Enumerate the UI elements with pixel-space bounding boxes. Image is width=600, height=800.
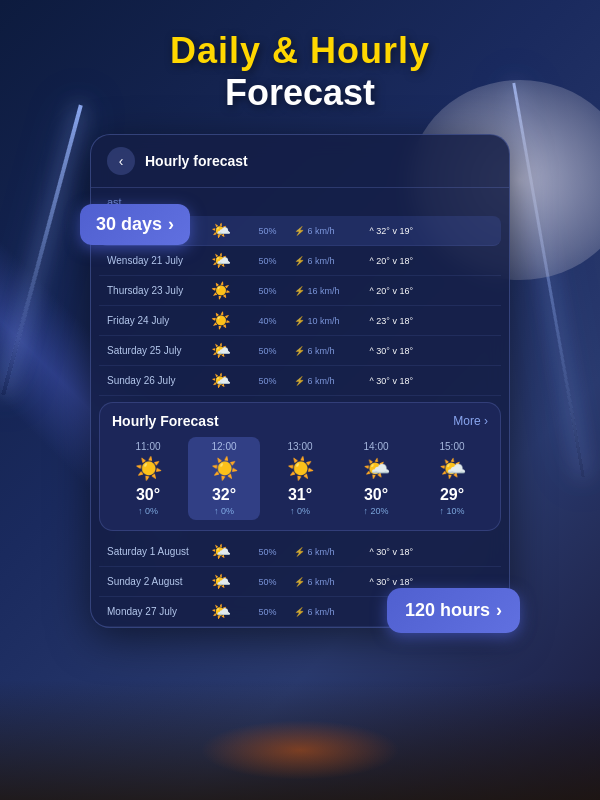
thirty-days-label: 30 days: [96, 214, 162, 235]
hourly-popup-title: Hourly Forecast: [112, 413, 219, 429]
daily-row: Friday 24 July ☀️ 40% ⚡ 10 km/h ^ 23° v …: [99, 306, 501, 336]
hour-time: 15:00: [418, 441, 486, 452]
day-name: Saturday 25 July: [107, 345, 207, 356]
rain-percent: 50%: [245, 226, 290, 236]
day-name: Sunday 26 July: [107, 375, 207, 386]
temp-range: ^ 30° v 18°: [353, 346, 413, 356]
weather-icon: 🌤️: [211, 341, 241, 360]
rain-percent: 50%: [245, 286, 290, 296]
back-button[interactable]: ‹: [107, 147, 135, 175]
card-title: Hourly forecast: [145, 153, 248, 169]
temp-range: ^ 30° v 18°: [353, 376, 413, 386]
title-line1: Daily & Hourly: [170, 30, 430, 72]
rain-percent: 50%: [245, 376, 290, 386]
hour-icon: 🌤️: [342, 456, 410, 482]
wind-info: ⚡ 16 km/h: [294, 286, 349, 296]
hourly-times: 11:00 ☀️ 30° ↑ 0% 12:00 ☀️ 32° ↑ 0% 13:0…: [112, 437, 488, 520]
card-header: ‹ Hourly forecast: [91, 135, 509, 188]
hourly-item[interactable]: 14:00 🌤️ 30° ↑ 20%: [340, 437, 412, 520]
wind-info: ⚡ 6 km/h: [294, 607, 349, 617]
daily-row: Wensday 21 July 🌤️ 50% ⚡ 6 km/h ^ 20° v …: [99, 246, 501, 276]
wind-info: ⚡ 6 km/h: [294, 226, 349, 236]
day-name: Saturday 1 August: [107, 546, 207, 557]
hour-rain: ↑ 0%: [266, 506, 334, 516]
rain-percent: 50%: [245, 577, 290, 587]
day-name: Thursday 23 July: [107, 285, 207, 296]
hour-temp: 30°: [114, 486, 182, 504]
day-name: Sunday 2 August: [107, 576, 207, 587]
120-hours-button[interactable]: 120 hours ›: [387, 588, 520, 633]
temp-range: ^ 30° v 18°: [353, 547, 413, 557]
wind-info: ⚡ 6 km/h: [294, 376, 349, 386]
hour-time: 14:00: [342, 441, 410, 452]
wind-info: ⚡ 10 km/h: [294, 316, 349, 326]
thirty-days-arrow: ›: [168, 214, 174, 235]
hour-icon: ☀️: [190, 456, 258, 482]
weather-icon: ☀️: [211, 311, 241, 330]
weather-icon: 🌤️: [211, 371, 241, 390]
hour-temp: 30°: [342, 486, 410, 504]
hour-temp: 32°: [190, 486, 258, 504]
hour-icon: ☀️: [114, 456, 182, 482]
hourly-item[interactable]: 11:00 ☀️ 30° ↑ 0%: [112, 437, 184, 520]
weather-icon: ☀️: [211, 281, 241, 300]
120-hours-arrow: ›: [496, 600, 502, 621]
temp-range: ^ 23° v 18°: [353, 316, 413, 326]
rain-percent: 50%: [245, 346, 290, 356]
card-wrapper: 30 days › ‹ Hourly forecast ast Thursday…: [90, 134, 510, 628]
hourly-popup: Hourly Forecast More › 11:00 ☀️ 30° ↑ 0%…: [99, 402, 501, 531]
title-line2: Forecast: [170, 72, 430, 114]
120-hours-label: 120 hours: [405, 600, 490, 621]
hour-time: 13:00: [266, 441, 334, 452]
temp-range: ^ 20° v 16°: [353, 286, 413, 296]
wind-info: ⚡ 6 km/h: [294, 547, 349, 557]
day-name: Wensday 21 July: [107, 255, 207, 266]
thirty-days-button[interactable]: 30 days ›: [80, 204, 190, 245]
hour-time: 12:00: [190, 441, 258, 452]
day-name: Friday 24 July: [107, 315, 207, 326]
rain-percent: 40%: [245, 316, 290, 326]
wind-info: ⚡ 6 km/h: [294, 346, 349, 356]
daily-row: Saturday 25 July 🌤️ 50% ⚡ 6 km/h ^ 30° v…: [99, 336, 501, 366]
temp-range: ^ 32° v 19°: [353, 226, 413, 236]
wind-info: ⚡ 6 km/h: [294, 256, 349, 266]
temp-range: ^ 20° v 18°: [353, 256, 413, 266]
main-content: Daily & Hourly Forecast 30 days › ‹ Hour…: [0, 0, 600, 800]
hour-icon: ☀️: [266, 456, 334, 482]
hour-rain: ↑ 0%: [114, 506, 182, 516]
daily-row: Thursday 23 July ☀️ 50% ⚡ 16 km/h ^ 20° …: [99, 276, 501, 306]
daily-row: Saturday 1 August 🌤️ 50% ⚡ 6 km/h ^ 30° …: [99, 537, 501, 567]
hourly-header: Hourly Forecast More ›: [112, 413, 488, 429]
title-section: Daily & Hourly Forecast: [170, 30, 430, 114]
rain-percent: 50%: [245, 547, 290, 557]
weather-icon: 🌤️: [211, 542, 241, 561]
hourly-item[interactable]: 13:00 ☀️ 31° ↑ 0%: [264, 437, 336, 520]
weather-icon: 🌤️: [211, 602, 241, 621]
weather-icon: 🌤️: [211, 251, 241, 270]
weather-icon: 🌤️: [211, 221, 241, 240]
more-button[interactable]: More ›: [453, 414, 488, 428]
hour-temp: 31°: [266, 486, 334, 504]
back-icon: ‹: [119, 153, 124, 169]
hour-time: 11:00: [114, 441, 182, 452]
hour-rain: ↑ 20%: [342, 506, 410, 516]
hour-temp: 29°: [418, 486, 486, 504]
hour-icon: 🌤️: [418, 456, 486, 482]
hour-rain: ↑ 10%: [418, 506, 486, 516]
temp-range: ^ 30° v 18°: [353, 577, 413, 587]
weather-icon: 🌤️: [211, 572, 241, 591]
hourly-item[interactable]: 12:00 ☀️ 32° ↑ 0%: [188, 437, 260, 520]
day-name: Monday 27 July: [107, 606, 207, 617]
rain-percent: 50%: [245, 607, 290, 617]
wind-info: ⚡ 6 km/h: [294, 577, 349, 587]
hourly-item[interactable]: 15:00 🌤️ 29° ↑ 10%: [416, 437, 488, 520]
hour-rain: ↑ 0%: [190, 506, 258, 516]
rain-percent: 50%: [245, 256, 290, 266]
daily-row: Sunday 26 July 🌤️ 50% ⚡ 6 km/h ^ 30° v 1…: [99, 366, 501, 396]
